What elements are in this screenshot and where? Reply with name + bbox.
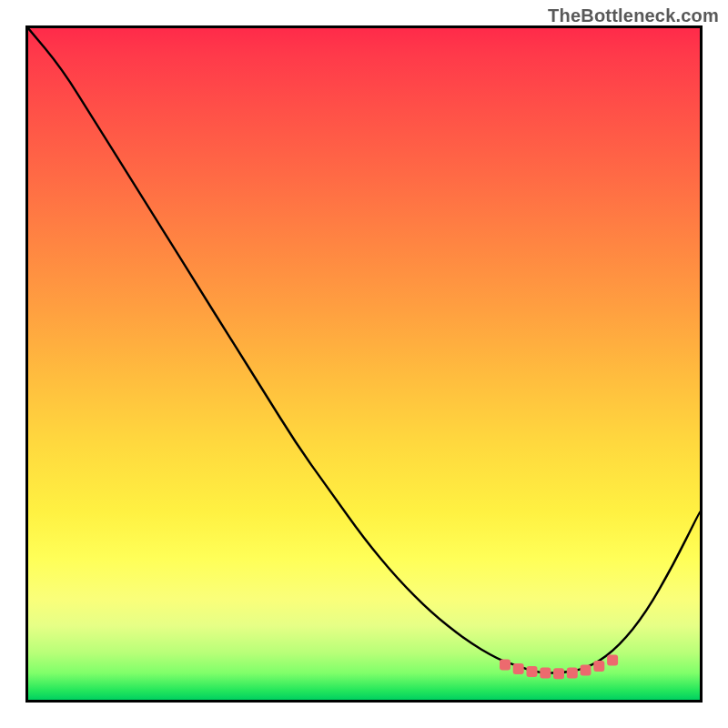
watermark-text: TheBottleneck.com — [548, 5, 719, 26]
chart-frame — [25, 25, 703, 703]
chart-background-gradient — [28, 28, 700, 700]
